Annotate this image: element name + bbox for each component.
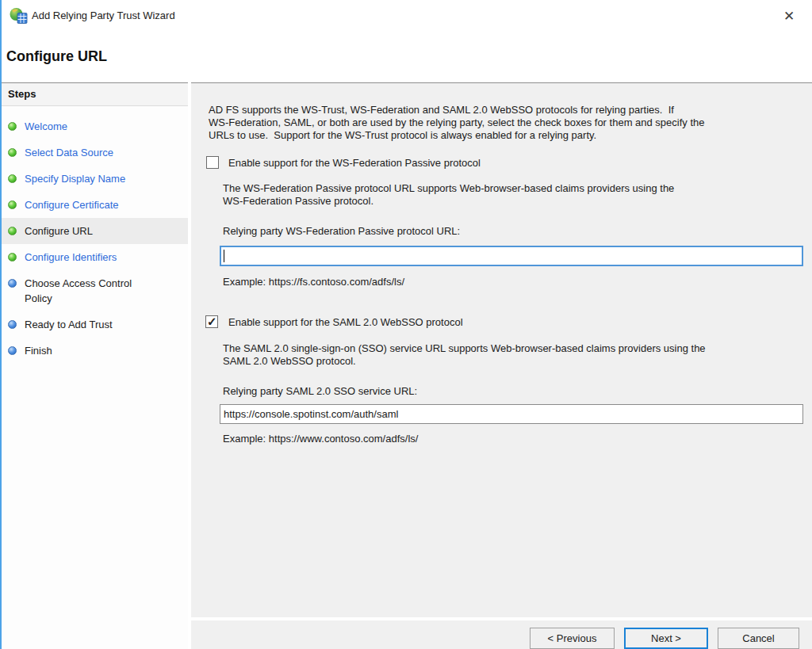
step-bullet-icon: [8, 122, 17, 131]
wizard-window: Add Relying Party Trust Wizard ✕ Configu…: [0, 0, 812, 649]
sidebar-item-choose-access-control-policy[interactable]: Choose Access Control Policy: [2, 270, 188, 311]
intro-text: AD FS supports the WS-Trust, WS-Federati…: [209, 104, 705, 142]
wsfed-enable-checkbox[interactable]: [206, 156, 219, 169]
saml-desc-line: SAML 2.0 WebSSO protocol.: [223, 355, 706, 368]
sidebar-item-specify-display-name[interactable]: Specify Display Name: [2, 166, 188, 192]
saml-enable-checkbox[interactable]: [205, 315, 218, 328]
wsfed-url-input-wrap: [220, 246, 803, 266]
step-label: Finish: [25, 345, 52, 357]
saml-url-input[interactable]: [220, 404, 803, 424]
wsfed-enable-label[interactable]: Enable support for the WS-Federation Pas…: [228, 157, 481, 169]
window-title: Add Relying Party Trust Wizard: [32, 10, 175, 21]
step-bullet-icon: [8, 279, 17, 288]
step-bullet-icon: [8, 253, 17, 262]
step-bullet-icon: [8, 174, 17, 183]
steps-list: Welcome Select Data Source Specify Displ…: [2, 106, 188, 364]
saml-url-label: Relying party SAML 2.0 SSO service URL:: [223, 385, 417, 398]
step-bullet-icon: [8, 200, 17, 209]
sidebar-item-configure-url[interactable]: Configure URL: [2, 218, 188, 244]
wsfed-description: The WS-Federation Passive protocol URL s…: [223, 182, 674, 208]
saml-desc-line: The SAML 2.0 single-sign-on (SSO) servic…: [223, 342, 706, 355]
cancel-button[interactable]: Cancel: [718, 628, 799, 649]
saml-example-text: Example: https://www.contoso.com/adfs/ls…: [223, 433, 418, 445]
sidebar-item-configure-certificate[interactable]: Configure Certificate: [2, 192, 188, 218]
wsfed-desc-line: WS-Federation Passive protocol.: [223, 195, 674, 208]
step-label: Configure URL: [25, 225, 93, 237]
step-bullet-icon: [8, 346, 17, 355]
adfs-app-icon: [9, 6, 28, 25]
sidebar-item-ready-to-add-trust[interactable]: Ready to Add Trust: [2, 311, 188, 338]
next-button[interactable]: Next >: [624, 628, 708, 649]
wsfed-example-text: Example: https://fs.contoso.com/adfs/ls/: [223, 276, 404, 288]
saml-url-input-wrap: [220, 404, 803, 424]
step-label: Choose Access Control Policy: [25, 277, 132, 304]
sidebar-item-welcome[interactable]: Welcome: [2, 113, 188, 139]
step-label: Configure Identifiers: [25, 251, 117, 263]
saml-enable-label[interactable]: Enable support for the SAML 2.0 WebSSO p…: [228, 316, 463, 328]
step-label: Specify Display Name: [25, 173, 125, 185]
steps-sidebar: Steps Welcome Select Data Source Specify…: [2, 82, 188, 649]
sidebar-item-finish[interactable]: Finish: [2, 338, 188, 364]
step-bullet-icon: [8, 148, 17, 157]
step-bullet-icon: [8, 320, 17, 329]
intro-line: AD FS supports the WS-Trust, WS-Federati…: [209, 104, 705, 116]
intro-line: WS-Federation, SAML, or both are used by…: [209, 116, 705, 129]
sidebar-item-select-data-source[interactable]: Select Data Source: [2, 139, 188, 166]
wsfed-desc-line: The WS-Federation Passive protocol URL s…: [223, 182, 674, 195]
page-title: Configure URL: [6, 48, 107, 65]
step-label: Ready to Add Trust: [25, 319, 113, 330]
titlebar: Add Relying Party Trust Wizard ✕: [2, 0, 812, 32]
saml-description: The SAML 2.0 single-sign-on (SSO) servic…: [223, 342, 706, 368]
previous-button[interactable]: < Previous: [530, 628, 615, 649]
steps-header: Steps: [2, 83, 188, 106]
step-label: Select Data Source: [25, 147, 113, 158]
wsfed-url-input[interactable]: [220, 246, 803, 266]
step-label: Welcome: [25, 120, 67, 132]
intro-line: URLs to use. Support for the WS-Trust pr…: [209, 129, 705, 142]
content-panel: AD FS supports the WS-Trust, WS-Federati…: [191, 82, 812, 617]
step-label: Configure Certificate: [25, 199, 119, 211]
step-bullet-icon: [8, 227, 17, 235]
wsfed-url-label: Relying party WS-Federation Passive prot…: [223, 225, 460, 238]
close-icon[interactable]: ✕: [777, 6, 801, 28]
sidebar-item-configure-identifiers[interactable]: Configure Identifiers: [2, 244, 188, 270]
